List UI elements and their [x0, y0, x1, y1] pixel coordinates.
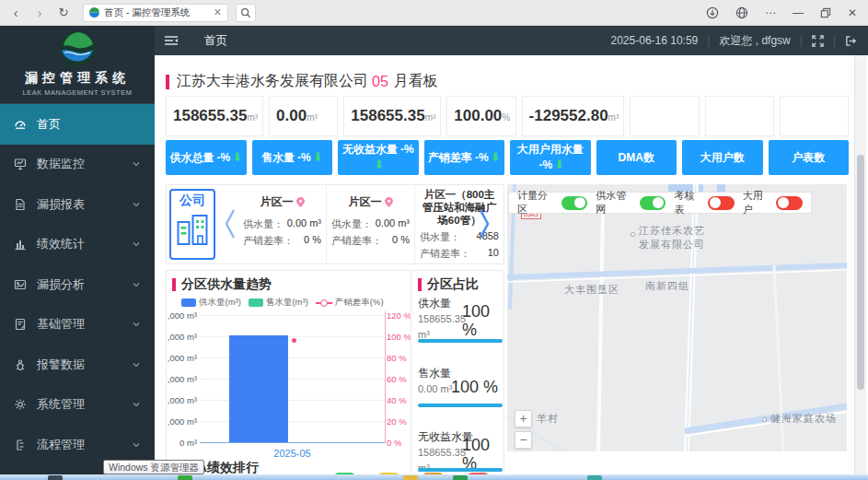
datetime-text: 2025-06-16 10:59 [611, 34, 699, 47]
down-arrow-icon: ⬇︎ [491, 150, 501, 165]
notebook-icon [14, 318, 27, 331]
window-close-icon[interactable]: ✕ [848, 6, 857, 19]
scrollbar-thumb[interactable] [857, 155, 864, 390]
globe-icon[interactable] [735, 6, 748, 19]
carousel-next-icon[interactable] [478, 207, 491, 240]
sidebar-item-alarm-data[interactable]: 报警数据 [0, 345, 155, 385]
taskbar-icon[interactable] [48, 475, 63, 480]
legend-rate[interactable]: 产销差率(%) [316, 297, 384, 309]
download-icon[interactable] [706, 6, 719, 19]
kpi-card-meter-count [780, 96, 849, 136]
fullscreen-icon[interactable] [812, 35, 824, 47]
y2-axis-label: 60 % [387, 374, 411, 384]
sidebar-item-label: 系统管理 [37, 396, 85, 413]
y-axis-label: ,000 m³ [167, 353, 197, 363]
delta-text: -% [475, 151, 489, 164]
sidebar-item-leak-analysis[interactable]: 漏损分析 [0, 264, 155, 305]
supply-value: 0.00 m³ [376, 217, 410, 231]
title-suffix: 月看板 [394, 72, 438, 91]
down-arrow-icon: ⬇︎ [374, 158, 384, 172]
map-label-area2: 南新四组 [645, 279, 689, 293]
dma-count-button[interactable]: DMA数 [596, 140, 677, 175]
button-label: 户表数 [792, 151, 825, 164]
toggle-label: 计量分区 [517, 189, 558, 217]
taskbar-icon[interactable] [587, 475, 602, 480]
windows-taskbar[interactable] [0, 474, 868, 480]
toggle-metering-zone[interactable]: 计量分区 [517, 189, 587, 217]
map-panel[interactable]: 计量分区 供水管网 考核表 大用户 0343 江苏佳禾农艺发展有 [507, 184, 847, 451]
kpi-value: -129552.80 [529, 107, 608, 124]
separator: | [707, 34, 710, 47]
meter-count-button[interactable]: 户表数 [769, 140, 850, 175]
kpi-card-nrw-rate: 100.00% [446, 96, 515, 136]
taskbar-icon[interactable] [453, 475, 468, 480]
separator: | [800, 34, 803, 47]
browser-forward-icon[interactable]: › [31, 6, 48, 20]
company-card[interactable]: 公司 [169, 189, 215, 260]
sidebar-item-performance-stats[interactable]: 绩效统计 [0, 225, 155, 265]
y-axis-label: 0 m³ [167, 438, 197, 448]
sidebar-item-label: 首页 [37, 116, 61, 133]
sidebar-item-leak-report[interactable]: 漏损报表 [0, 184, 155, 225]
tab-close-icon[interactable]: ✕ [214, 6, 222, 18]
district-card[interactable]: 片区一 供水量： 0.00 m³ 产销差率： 0 % [327, 185, 415, 263]
app-logo [59, 30, 96, 67]
right-axis-line [385, 311, 386, 443]
toggle-large-user[interactable]: 大用户 [743, 189, 803, 217]
sidebar-item-data-monitor[interactable]: 数据监控 [0, 145, 155, 185]
browser-search-button[interactable] [236, 4, 256, 22]
supply-bar[interactable] [229, 335, 288, 442]
non-revenue-button[interactable]: 无收益水量 -% ⬇︎ [338, 140, 419, 175]
ratio-percent: 100 % [451, 379, 503, 397]
map-zoom-out-button[interactable]: − [515, 431, 532, 449]
kpi-value: 158655.35 [351, 107, 424, 124]
window-minimize-icon[interactable]: — [793, 6, 804, 19]
rate-point[interactable] [292, 338, 296, 343]
district-card[interactable]: 片区一 供水量： 0.00 m³ 产销差率： 0 % [238, 185, 327, 263]
supply-total-button[interactable]: 供水总量 -% ⬇︎ [166, 140, 247, 175]
toggle-supply-network[interactable]: 供水管网 [596, 189, 665, 217]
sidebar-item-basic-management[interactable]: 基础管理 [0, 305, 155, 345]
toggle-switch-on[interactable] [640, 196, 666, 210]
ratio-progress-bar [418, 339, 503, 343]
large-user-count-button[interactable]: 大用户数 [682, 140, 763, 175]
legend-supply[interactable]: 供水量(m³) [181, 297, 241, 309]
ratio-progress-bar [418, 468, 503, 472]
logout-icon[interactable] [845, 35, 857, 47]
y2-axis-label: 0 % [387, 438, 411, 448]
toggle-switch-off[interactable] [708, 196, 735, 210]
button-label: 供水总量 [169, 151, 214, 164]
sale-volume-button[interactable]: 售水量 -% ⬇︎ [252, 140, 333, 175]
taskbar-icon[interactable] [403, 475, 418, 480]
carousel-prev-icon[interactable] [224, 207, 237, 240]
nrw-rate-button[interactable]: 产销差率 -% ⬇︎ [424, 140, 505, 175]
chevron-down-icon [132, 320, 141, 329]
scrollbar-track[interactable] [854, 55, 866, 480]
collapse-menu-icon[interactable] [164, 34, 179, 47]
map-zoom-in-button[interactable]: + [515, 410, 532, 427]
down-arrow-icon: ⬇︎ [313, 150, 323, 165]
browser-tab[interactable]: 首页 - 漏控管理系统 ✕ [83, 4, 228, 22]
legend-sale[interactable]: 售水量(m³) [249, 297, 308, 309]
kpi-value: 158655.35 [173, 107, 247, 124]
browser-menu-icon[interactable]: ⋯ [765, 6, 776, 19]
sidebar-item-label: 报警数据 [37, 357, 85, 373]
browser-reload-icon[interactable]: ↻ [55, 6, 72, 19]
sidebar-item-process-management[interactable]: 流程管理 [0, 425, 155, 465]
sidebar-item-home[interactable]: 首页 [0, 104, 155, 145]
toggle-switch-on[interactable] [561, 196, 588, 210]
rate-label: 产销差率： [243, 234, 294, 248]
flow-icon [14, 439, 27, 451]
kpi-card-dma-count [630, 96, 699, 136]
breadcrumb[interactable]: 首页 [204, 33, 227, 49]
taskbar-icon[interactable] [178, 475, 192, 480]
report-icon [14, 198, 27, 211]
windows-tooltip: Windows 资源管理器 [103, 460, 204, 474]
browser-back-icon[interactable]: ‹ [7, 6, 24, 20]
y-axis-label: ,000 m³ [167, 310, 197, 321]
toggle-assessment-meter[interactable]: 考核表 [674, 189, 734, 217]
large-user-button[interactable]: 大用户用水量 -% ⬇︎ [510, 140, 591, 175]
toggle-switch-off[interactable] [776, 196, 803, 210]
window-restore-icon[interactable] [820, 7, 831, 18]
sidebar-item-system-management[interactable]: 系统管理 [0, 385, 155, 426]
